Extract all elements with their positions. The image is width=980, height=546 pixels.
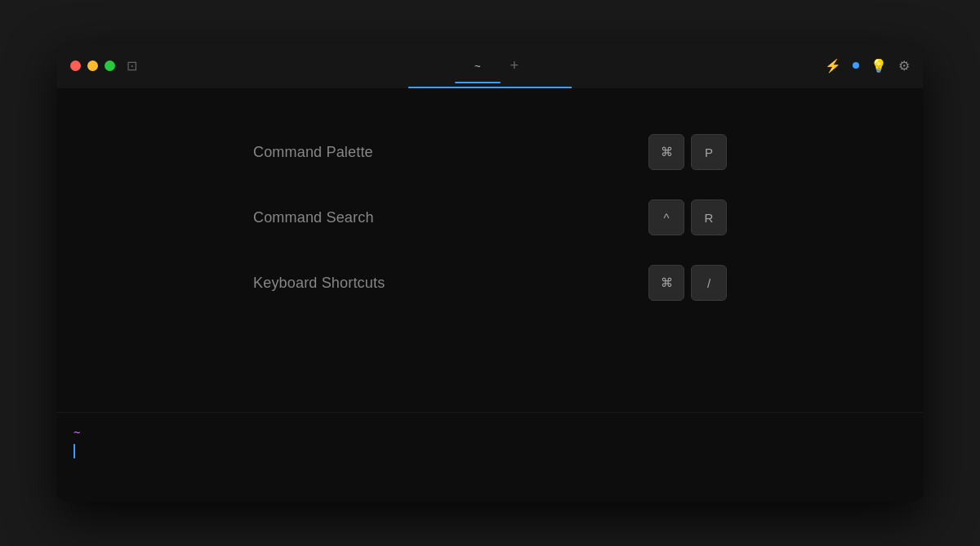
minimize-button[interactable] bbox=[87, 60, 98, 71]
menu-items-list: Command Palette ⌘ P Command Search ^ R bbox=[253, 119, 727, 316]
menu-overlay: Command Palette ⌘ P Command Search ^ R bbox=[57, 88, 923, 412]
content-area: Command Palette ⌘ P Command Search ^ R bbox=[57, 88, 923, 502]
keyboard-shortcuts-shortcut: ⌘ / bbox=[648, 265, 727, 301]
keyboard-shortcuts-label: Keyboard Shortcuts bbox=[253, 275, 385, 292]
menu-item-keyboard-shortcuts[interactable]: Keyboard Shortcuts ⌘ / bbox=[253, 250, 727, 316]
shortcut-key-slash: / bbox=[691, 265, 727, 301]
terminal-window: ⊡ ~ + ⚡ 💡 ⚙ Command Palette ⌘ bbox=[57, 44, 923, 502]
traffic-lights bbox=[70, 60, 115, 71]
command-search-shortcut: ^ R bbox=[648, 199, 727, 235]
terminal-area: ~ bbox=[57, 412, 923, 502]
shortcut-key-r: R bbox=[691, 199, 727, 235]
new-tab-button[interactable]: + bbox=[504, 57, 526, 74]
titlebar: ⊡ ~ + ⚡ 💡 ⚙ bbox=[57, 44, 923, 87]
command-palette-shortcut: ⌘ P bbox=[648, 134, 727, 170]
gear-icon[interactable]: ⚙ bbox=[898, 58, 910, 74]
flash-icon[interactable]: ⚡ bbox=[825, 58, 841, 74]
sidebar-toggle-icon[interactable]: ⊡ bbox=[127, 58, 137, 74]
command-search-label: Command Search bbox=[253, 209, 374, 226]
tabs-area: ~ + bbox=[455, 55, 525, 77]
tab-underline bbox=[57, 87, 923, 88]
terminal-cursor bbox=[74, 444, 75, 459]
close-button[interactable] bbox=[70, 60, 81, 71]
menu-item-command-search[interactable]: Command Search ^ R bbox=[253, 185, 727, 250]
shortcut-key-ctrl: ^ bbox=[648, 199, 684, 235]
titlebar-right-icons: ⚡ 💡 ⚙ bbox=[825, 58, 910, 74]
maximize-button[interactable] bbox=[105, 60, 115, 71]
command-palette-label: Command Palette bbox=[253, 144, 373, 161]
bulb-icon[interactable]: 💡 bbox=[871, 58, 887, 74]
prompt-symbol: ~ bbox=[74, 426, 906, 439]
tab-active-indicator bbox=[408, 87, 572, 88]
menu-item-command-palette[interactable]: Command Palette ⌘ P bbox=[253, 119, 727, 185]
shortcut-key-p: P bbox=[691, 134, 727, 170]
shortcut-key-cmd-1: ⌘ bbox=[648, 134, 684, 170]
tab-label: ~ bbox=[474, 60, 481, 72]
status-dot bbox=[853, 62, 859, 69]
active-tab[interactable]: ~ bbox=[455, 55, 501, 77]
shortcut-key-cmd-2: ⌘ bbox=[648, 265, 684, 301]
cursor-line bbox=[74, 444, 906, 459]
